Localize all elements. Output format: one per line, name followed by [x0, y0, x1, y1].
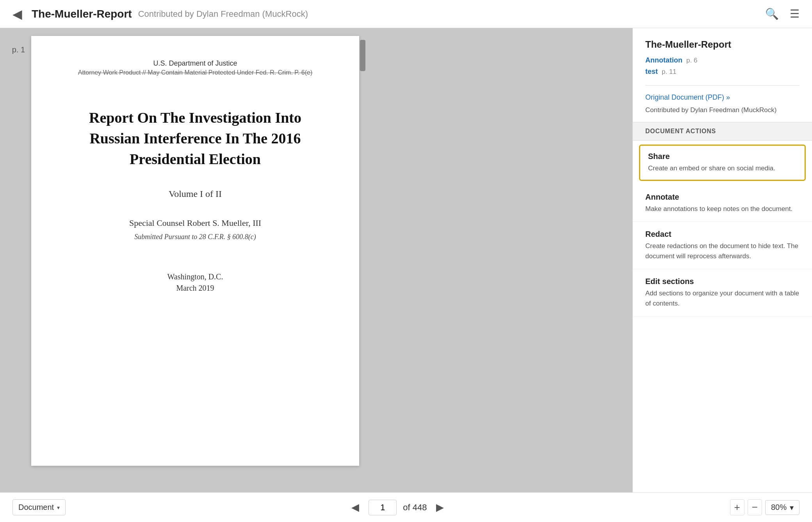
action-edit-sections-title: Edit sections — [645, 277, 800, 286]
back-button[interactable]: ◀ — [12, 8, 22, 20]
action-share-desc: Create an embed or share on social media… — [648, 163, 797, 173]
zoom-controls: + − 80% ▾ — [730, 499, 800, 515]
action-redact-title: Redact — [645, 230, 800, 239]
annotation-label-1[interactable]: Annotation — [645, 56, 682, 64]
annotation-page-2: p. 11 — [662, 68, 677, 76]
action-share[interactable]: Share Create an embed or share on social… — [639, 145, 806, 181]
dropdown-arrow-icon: ▾ — [57, 504, 60, 511]
document-title: The-Mueller-Report — [32, 8, 132, 20]
search-icon[interactable]: 🔍 — [765, 7, 779, 20]
doc-submitted: Submitted Pursuant to 28 C.F.R. § 600.8(… — [134, 233, 256, 241]
doc-date: March 2019 — [176, 284, 214, 293]
page-number-input[interactable] — [369, 500, 397, 515]
document-page: U.S. Department of Justice Attorney Work… — [31, 36, 359, 466]
document-dropdown[interactable]: Document ▾ — [12, 499, 66, 515]
document-dropdown-label: Document — [18, 503, 54, 512]
doc-title: Report On The Investigation Into Russian… — [62, 107, 328, 170]
top-bar: ◀ The-Mueller-Report Contributed by Dyla… — [0, 0, 812, 28]
sidebar: The-Mueller-Report Annotation p. 6 test … — [632, 28, 812, 492]
action-annotate-desc: Make annotations to keep notes on the do… — [645, 204, 800, 214]
page-label: p. 1 — [0, 36, 31, 54]
doc-department: U.S. Department of Justice — [153, 59, 237, 68]
zoom-out-button[interactable]: − — [748, 499, 762, 515]
document-contributor: Contributed by Dylan Freedman (MuckRock) — [138, 9, 308, 19]
next-page-button[interactable]: ▶ — [433, 500, 447, 515]
doc-author: Special Counsel Robert S. Mueller, III — [129, 218, 261, 228]
prev-page-button[interactable]: ◀ — [348, 500, 362, 515]
action-annotate-title: Annotate — [645, 193, 800, 202]
action-annotate[interactable]: Annotate Make annotations to keep notes … — [633, 185, 812, 222]
annotation-page-1: p. 6 — [686, 57, 697, 64]
viewer-area: p. 1 U.S. Department of Justice Attorney… — [0, 28, 632, 492]
pdf-link[interactable]: Original Document (PDF) » — [633, 86, 812, 105]
action-edit-sections-desc: Add sections to organize your document w… — [645, 288, 800, 308]
annotation-label-2[interactable]: test — [645, 68, 658, 76]
menu-icon[interactable]: ☰ — [790, 7, 800, 20]
sidebar-contributed: Contributed by Dylan Freedman (MuckRock) — [633, 105, 812, 122]
action-share-title: Share — [648, 152, 797, 161]
annotation-item-2: test p. 11 — [645, 68, 800, 76]
action-redact[interactable]: Redact Create redactions on the document… — [633, 222, 812, 269]
sidebar-annotations: Annotation p. 6 test p. 11 — [633, 56, 812, 85]
top-bar-actions: 🔍 ☰ — [765, 7, 800, 20]
action-redact-desc: Create redactions on the document to hid… — [645, 241, 800, 261]
zoom-value: 80% — [771, 503, 787, 512]
pagination: ◀ of 448 ▶ — [348, 500, 447, 515]
zoom-in-button[interactable]: + — [730, 499, 744, 515]
section-header: DOCUMENT ACTIONS — [633, 122, 812, 141]
doc-location: Washington, D.C. — [167, 272, 223, 281]
viewer-inner: p. 1 U.S. Department of Justice Attorney… — [0, 28, 632, 492]
annotation-item-1: Annotation p. 6 — [645, 56, 800, 64]
bottom-bar: Document ▾ ◀ of 448 ▶ + − 80% ▾ — [0, 492, 812, 522]
zoom-arrow-icon: ▾ — [790, 503, 794, 512]
page-of-label: of 448 — [403, 502, 427, 513]
scrollbar-thumb[interactable] — [360, 40, 365, 71]
main-content: p. 1 U.S. Department of Justice Attorney… — [0, 28, 812, 492]
sidebar-doc-title: The-Mueller-Report — [633, 28, 812, 56]
zoom-dropdown[interactable]: 80% ▾ — [765, 500, 800, 515]
doc-volume: Volume I of II — [169, 189, 222, 199]
doc-strikethrough: Attorney Work Product // May Contain Mat… — [78, 69, 313, 76]
action-edit-sections[interactable]: Edit sections Add sections to organize y… — [633, 269, 812, 316]
